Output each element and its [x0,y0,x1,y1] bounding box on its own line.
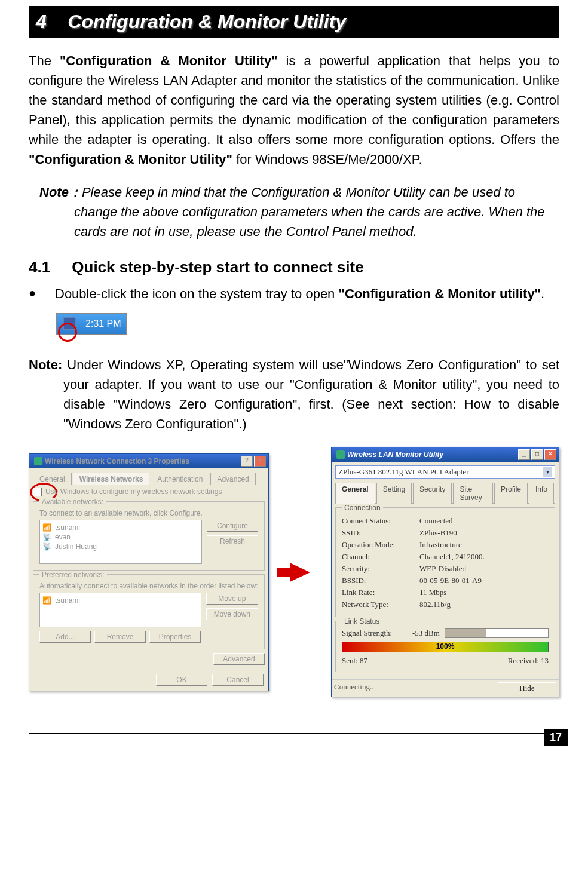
tab-wireless-networks[interactable]: Wireless Networks [73,473,150,485]
properties-button[interactable]: Properties [149,631,201,643]
antenna-icon: 📶 [42,523,51,532]
connection-legend: Connection [342,504,383,512]
remove-button[interactable]: Remove [94,631,146,643]
kv-key: BSSID: [342,576,414,585]
kv-val: ZPlus-B190 [419,528,457,538]
kv-key: Connect Status: [342,516,414,526]
link-status-group: Link Status Signal Strength: -53 dBm 100… [335,621,555,672]
sent-label: Sent: 87 [342,656,368,666]
preferred-list[interactable]: 📶tsunami [39,593,201,627]
note2-text: Under Windows XP, Operating system will … [62,357,559,431]
list-item[interactable]: 📶tsunami [42,596,198,605]
ok-button[interactable]: OK [156,674,207,686]
preferred-label: Preferred networks: [39,571,107,579]
tab-authentication[interactable]: Authentication [151,473,209,485]
monitor-titlebar[interactable]: Wireless LAN Monitor Utility _ □ × [332,447,559,462]
signal-bar [445,628,549,638]
kv-key: Link Rate: [342,588,414,597]
chapter-title: Configuration & Monitor Utility [68,11,346,32]
footer-rule [29,733,559,734]
moveup-button[interactable]: Move up [206,593,258,605]
windows-wncp-dialog: Wireless Network Connection 3 Properties… [29,453,269,691]
antenna-icon: 📶 [42,596,51,605]
advanced-button[interactable]: Advanced [213,653,265,665]
close-button[interactable]: × [544,449,556,460]
list-item[interactable]: 📡evan [42,532,199,542]
note2-paragraph: Note: Under Windows XP, Operating system… [63,355,559,434]
preferred-hint: Automatically connect to available netwo… [39,582,258,590]
tab-setting[interactable]: Setting [376,483,412,504]
system-tray: 2:31 PM [56,313,127,335]
connection-group: Connection Connect Status:Connected SSID… [335,507,555,617]
arrow-indicator [280,563,320,582]
kv-val: Infrastructure [419,540,462,550]
kv-key: Operation Mode: [342,540,414,550]
signal-strength-value: -53 dBm [412,628,440,638]
intro-paragraph: The "Configuration & Monitor Utility" is… [29,51,559,169]
movedown-button[interactable]: Move down [206,608,258,620]
kv-key: Network Type: [342,600,414,609]
list-item-label: tsunami [55,596,80,605]
refresh-button[interactable]: Refresh [207,535,258,547]
bullet-marker: ● [29,284,55,303]
highlight-circle-icon [58,323,77,342]
monitor-title: Wireless LAN Monitor Utility [347,450,518,459]
received-label: Received: 13 [508,656,549,666]
configure-button[interactable]: Configure [207,520,258,532]
tab-site-survey[interactable]: Site Survey [453,483,493,504]
kv-val: 802.11b/g [419,600,451,609]
tab-advanced[interactable]: Advanced [210,473,255,485]
maximize-button[interactable]: □ [531,449,543,460]
antenna-icon: 📡 [42,542,51,551]
list-item[interactable]: 📶tsunami [42,523,199,532]
systray-figure: 2:31 PM [29,309,127,342]
monitor-tabs: General Setting Security Site Survey Pro… [335,482,555,504]
add-button[interactable]: Add... [39,631,91,643]
close-button[interactable]: × [254,456,266,467]
tab-general[interactable]: General [335,483,375,504]
kv-val: Connected [419,516,453,526]
kv-key: Channel: [342,552,414,562]
kv-key: SSID: [342,528,414,538]
note-label: Note： [39,185,82,200]
bullet-item: ● Double-click the icon on the system tr… [29,284,559,303]
intro-emph1: "Configuration & Monitor Utility" [60,53,278,68]
chevron-down-icon[interactable]: ▾ [543,467,552,477]
window-icon [336,450,345,459]
minimize-button[interactable]: _ [518,449,530,460]
kv-val: WEP-Disabled [419,564,466,574]
kv-val: 00-05-9E-80-01-A9 [419,576,482,585]
cancel-button[interactable]: Cancel [212,674,264,686]
bullet-part-c: . [541,286,544,301]
help-button[interactable]: ? [241,456,253,467]
bullet-part-a: Double-click the icon on the system tray… [55,286,338,301]
section-number: 4.1 [29,258,50,276]
tab-profile[interactable]: Profile [494,483,528,504]
arrow-right-icon [290,563,310,582]
checkbox-label: Use Windows to configure my wireless net… [45,488,222,496]
kv-key: Security: [342,564,414,574]
list-item[interactable]: 📡Justin Huang [42,542,199,551]
wncp-tabs: General Wireless Networks Authentication… [33,472,265,485]
wncp-title: Wireless Network Connection 3 Properties [45,457,241,465]
antenna-icon: 📡 [42,533,51,541]
tab-security[interactable]: Security [413,483,452,504]
status-text: Connecting.. [334,682,373,694]
monitor-utility-dialog: Wireless LAN Monitor Utility _ □ × ZPlus… [331,447,559,697]
link-legend: Link Status [342,617,382,626]
note2-label: Note: [29,357,62,372]
bullet-text: Double-click the icon on the system tray… [55,284,544,303]
wncp-titlebar[interactable]: Wireless Network Connection 3 Properties… [29,454,268,468]
available-list[interactable]: 📶tsunami 📡evan 📡Justin Huang [39,520,202,564]
kv-val: 11 Mbps [419,588,446,597]
hide-button[interactable]: Hide [498,682,556,694]
tab-info[interactable]: Info [529,483,554,504]
tray-clock: 2:31 PM [85,318,121,329]
use-windows-checkbox-row[interactable]: Use Windows to configure my wireless net… [33,488,265,496]
bullet-emph: "Configuration & Monitor utility" [338,286,541,301]
quality-value: 100% [436,642,455,651]
monitor-statusbar: Connecting.. Hide [332,679,559,697]
intro-text3: for Windows 98SE/Me/2000/XP. [232,152,422,167]
adapter-select[interactable]: ZPlus-G361 802.11g WLAN PCI Adapter ▾ [335,465,555,479]
section-title-text: Quick step-by-step start to connect site [72,258,363,276]
